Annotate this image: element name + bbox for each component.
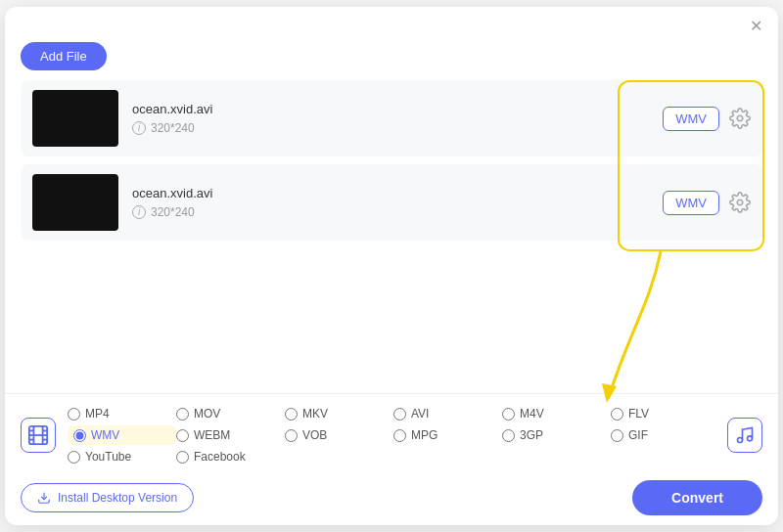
download-icon bbox=[37, 491, 51, 505]
svg-point-12 bbox=[748, 436, 753, 441]
table-row: ocean.xvid.avi i 320*240 WMV bbox=[21, 164, 762, 241]
file-meta: i 320*240 bbox=[132, 205, 663, 219]
title-bar: ✕ bbox=[5, 7, 778, 34]
file-name: ocean.xvid.avi bbox=[132, 186, 663, 200]
format-option-mpg[interactable]: MPG bbox=[393, 425, 502, 445]
info-icon: i bbox=[132, 205, 146, 219]
install-label: Install Desktop Version bbox=[58, 491, 177, 505]
file-info: ocean.xvid.avi i 320*240 bbox=[132, 102, 663, 135]
table-row: ocean.xvid.avi i 320*240 WMV bbox=[21, 80, 762, 156]
format-grid: MP4 MOV MKV AVI M4V FLV WM bbox=[68, 404, 719, 466]
install-button[interactable]: Install Desktop Version bbox=[21, 483, 194, 512]
settings-icon[interactable] bbox=[729, 108, 751, 129]
format-option-gif[interactable]: GIF bbox=[611, 425, 719, 445]
format-option-facebook[interactable]: Facebook bbox=[176, 447, 285, 466]
format-option-mkv[interactable]: MKV bbox=[285, 404, 393, 423]
file-actions: WMV bbox=[663, 107, 751, 131]
format-badge[interactable]: WMV bbox=[663, 191, 719, 215]
info-icon: i bbox=[132, 121, 146, 135]
toolbar: Add File bbox=[5, 34, 778, 80]
file-name: ocean.xvid.avi bbox=[132, 102, 663, 116]
format-option-flv[interactable]: FLV bbox=[611, 404, 719, 423]
file-thumbnail bbox=[32, 174, 118, 231]
format-option-youtube[interactable]: YouTube bbox=[68, 447, 176, 466]
format-option-m4v[interactable]: M4V bbox=[502, 404, 611, 423]
app-window: ✕ Add File ocean.xvid.avi i 320*240 WMV bbox=[5, 7, 778, 525]
format-option-mp4[interactable]: MP4 bbox=[68, 404, 176, 423]
settings-icon[interactable] bbox=[729, 192, 751, 213]
format-option-mov[interactable]: MOV bbox=[176, 404, 285, 423]
format-option-wmv[interactable]: WMV bbox=[68, 425, 176, 445]
convert-button[interactable]: Convert bbox=[632, 480, 762, 515]
format-badge[interactable]: WMV bbox=[663, 107, 719, 131]
format-option-webm[interactable]: WEBM bbox=[176, 425, 285, 445]
format-option-3gp[interactable]: 3GP bbox=[502, 425, 611, 445]
film-icon[interactable] bbox=[21, 418, 56, 453]
format-option-avi[interactable]: AVI bbox=[393, 404, 502, 423]
bottom-bar: MP4 MOV MKV AVI M4V FLV WM bbox=[5, 393, 778, 525]
file-info: ocean.xvid.avi i 320*240 bbox=[132, 186, 663, 219]
file-actions: WMV bbox=[663, 191, 751, 215]
add-file-button[interactable]: Add File bbox=[21, 42, 107, 70]
file-dimensions: 320*240 bbox=[151, 121, 195, 135]
file-dimensions: 320*240 bbox=[151, 205, 195, 219]
svg-point-1 bbox=[737, 200, 743, 205]
svg-point-0 bbox=[737, 115, 743, 121]
close-button[interactable]: ✕ bbox=[747, 17, 764, 34]
bottom-actions: Install Desktop Version Convert bbox=[5, 472, 778, 525]
format-option-vob[interactable]: VOB bbox=[285, 425, 393, 445]
music-icon[interactable] bbox=[727, 418, 762, 453]
svg-point-11 bbox=[738, 438, 743, 443]
file-meta: i 320*240 bbox=[132, 121, 663, 135]
file-list: ocean.xvid.avi i 320*240 WMV ocean.xvid.… bbox=[5, 80, 778, 393]
format-selector: MP4 MOV MKV AVI M4V FLV WM bbox=[5, 394, 778, 472]
file-thumbnail bbox=[32, 90, 118, 147]
